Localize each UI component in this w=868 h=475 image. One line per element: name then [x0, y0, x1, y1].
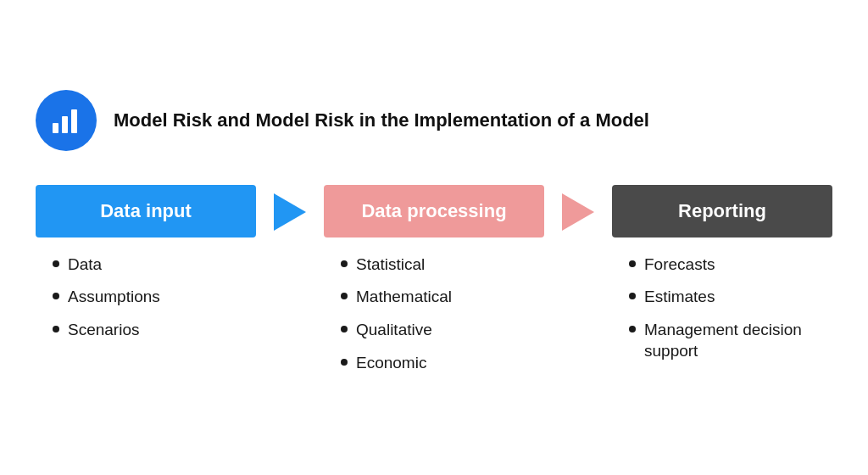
bullet-dot: [341, 326, 348, 332]
list-item: Forecasts: [629, 254, 824, 276]
reporting-list: Forecasts Estimates Management decision …: [612, 254, 832, 362]
arrow-pink-icon: [562, 193, 594, 231]
col-header-data-processing: Data processing: [324, 185, 544, 238]
list-item: Mathematical: [341, 287, 536, 308]
svg-rect-2: [71, 109, 77, 133]
header-section: Model Risk and Model Risk in the Impleme…: [36, 90, 832, 151]
bullet-dot: [53, 260, 59, 267]
bullet-dot: [629, 326, 636, 332]
page-title: Model Risk and Model Risk in the Impleme…: [114, 108, 649, 133]
svg-rect-1: [62, 116, 68, 133]
list-item: Estimates: [629, 287, 824, 308]
list-item: Data: [53, 254, 248, 276]
column-data-processing: Data processing Statistical Mathematical…: [324, 185, 544, 386]
list-item: Economic: [341, 353, 536, 374]
column-reporting: Reporting Forecasts Estimates Management…: [612, 185, 832, 374]
col-header-reporting: Reporting: [612, 185, 832, 238]
list-item: Assumptions: [53, 287, 248, 308]
list-item: Qualitative: [341, 320, 536, 341]
arrow-blue-icon: [274, 193, 306, 231]
arrow-blue-wrapper: [256, 185, 324, 231]
bullet-dot: [629, 293, 636, 299]
bullet-dot: [341, 359, 348, 366]
list-item: Scenarios: [53, 320, 248, 341]
icon-circle: [36, 90, 97, 151]
column-data-input: Data input Data Assumptions Scenarios: [36, 185, 256, 353]
bullet-dot: [341, 260, 348, 267]
list-item: Statistical: [341, 254, 536, 276]
bar-chart-icon: [50, 104, 82, 137]
arrow-pink-wrapper: [544, 185, 612, 231]
list-item: Management decision support: [629, 320, 824, 361]
col-header-data-input: Data input: [36, 185, 256, 238]
data-processing-list: Statistical Mathematical Qualitative Eco…: [324, 254, 544, 374]
bullet-dot: [53, 293, 59, 299]
bullet-dot: [629, 260, 636, 267]
columns-section: Data input Data Assumptions Scenarios: [36, 185, 832, 386]
svg-rect-0: [53, 123, 58, 133]
bullet-dot: [53, 326, 59, 332]
bullet-dot: [341, 293, 348, 299]
main-container: Model Risk and Model Risk in the Impleme…: [27, 73, 841, 403]
data-input-list: Data Assumptions Scenarios: [36, 254, 256, 341]
